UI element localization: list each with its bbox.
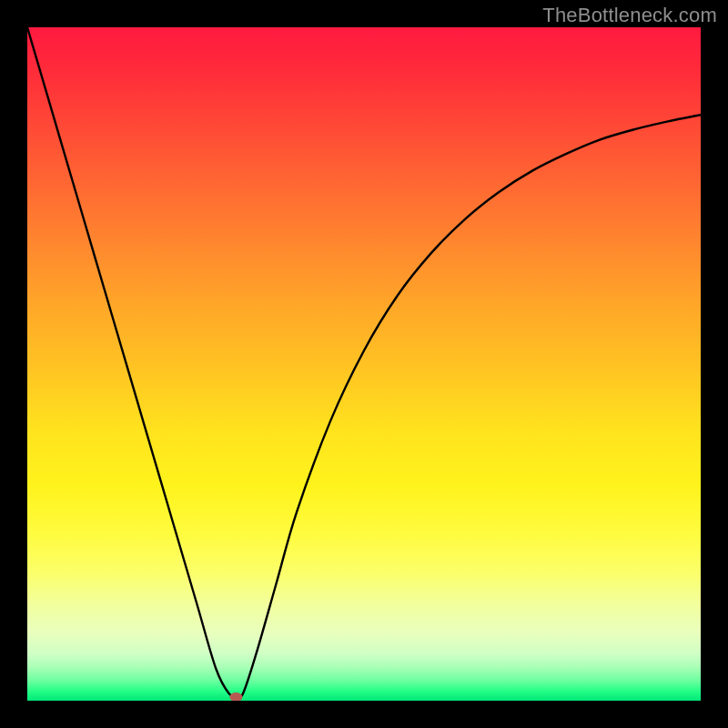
plot-area — [27, 27, 701, 701]
chart-frame: TheBottleneck.com — [0, 0, 728, 728]
minimum-marker — [229, 693, 242, 701]
curve-svg — [27, 27, 701, 701]
chart-curve — [27, 27, 701, 697]
watermark-text: TheBottleneck.com — [542, 4, 717, 27]
